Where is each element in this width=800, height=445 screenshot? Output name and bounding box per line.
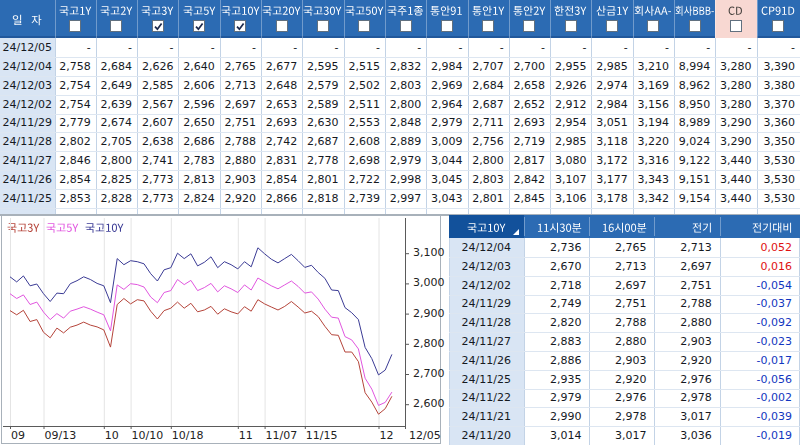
glyph	[669, 11, 672, 12]
column-label	[96, 2, 137, 18]
yield-cell: 2,606	[178, 76, 219, 95]
date-cell: 24/11/25	[449, 370, 524, 389]
column-header-회사AA-[interactable]	[633, 0, 674, 38]
column-header-통안91[interactable]	[426, 0, 467, 38]
yield-cell: 2,595	[302, 57, 343, 76]
x-axis-label: 11	[239, 429, 253, 442]
yield-cell: 3,343	[633, 170, 674, 189]
yield-cell: 2,824	[178, 189, 219, 208]
glyph	[498, 7, 504, 15]
glyph	[414, 6, 423, 15]
column-header-국주1종[interactable]	[385, 0, 426, 38]
yield-cell: 2,828	[96, 189, 137, 208]
grid-line-v	[591, 38, 592, 214]
intraday-row: 24/11/262,8862,9032,920-0,017	[449, 351, 800, 370]
change-cell: -0,054	[720, 276, 800, 295]
date-column-header[interactable]	[0, 0, 55, 38]
text-glyphs	[596, 2, 629, 18]
date-cell: 24/11/29	[0, 114, 55, 133]
column-header-국고50Y[interactable]	[344, 0, 385, 38]
date-cell: 24/11/29	[449, 295, 524, 314]
yield-cell: -	[261, 38, 302, 57]
intraday-row: 24/12/032,6702,7132,6970,016	[449, 257, 800, 276]
text-glyphs	[303, 2, 342, 18]
yield-cell: 2,954	[550, 114, 591, 133]
column-header-CD[interactable]	[715, 0, 756, 38]
yield-cell: 3,440	[715, 151, 756, 170]
glyph	[539, 7, 545, 15]
checkbox-통안1Y[interactable]	[482, 20, 494, 32]
yield-cell: -	[220, 38, 261, 57]
checkbox-통안2Y[interactable]	[523, 20, 535, 32]
grid-line-h	[0, 151, 800, 152]
checkbox-국고30Y[interactable]	[317, 20, 329, 32]
checkbox-회사BBB-[interactable]	[689, 20, 701, 32]
yield-cell: 2,567	[137, 95, 178, 114]
grid-line-v	[137, 38, 138, 214]
grid-line-v	[385, 38, 386, 214]
column-header-국고30Y[interactable]	[302, 0, 343, 38]
text-glyphs	[12, 11, 42, 28]
yield-cell: 2,650	[178, 114, 219, 133]
column-header-전기대비[interactable]	[720, 215, 800, 238]
column-header-CP91D[interactable]	[757, 0, 800, 38]
change-cell: -0,002	[720, 389, 800, 408]
checkbox-국고20Y[interactable]	[276, 20, 288, 32]
column-header-국고10Y[interactable]	[220, 0, 261, 38]
yield-cell: 2,853	[55, 189, 96, 208]
checkbox-국고1Y[interactable]	[69, 20, 81, 32]
change-cell: -0,056	[720, 370, 800, 389]
column-header-11시30분[interactable]	[524, 215, 590, 238]
checkmark-icon	[153, 21, 165, 33]
column-header-국고5Y[interactable]	[178, 0, 219, 38]
checkbox-국고5Y[interactable]	[193, 20, 205, 32]
text-glyphs	[752, 219, 793, 235]
yield-cell: 2,997	[385, 189, 426, 208]
grid-line-v	[633, 38, 634, 214]
text-glyphs	[100, 2, 133, 18]
checkbox-국고10Y[interactable]	[234, 20, 246, 32]
glyph	[168, 7, 174, 15]
grid-line-h	[449, 295, 800, 296]
column-header-통안2Y[interactable]	[509, 0, 550, 38]
glyph	[524, 6, 533, 16]
checkbox-국고50Y[interactable]	[358, 20, 370, 32]
checkbox-통안91[interactable]	[441, 20, 453, 32]
column-header-국고3Y[interactable]	[137, 0, 178, 38]
column-header-회사BBB-[interactable]	[674, 0, 715, 38]
yield-cell: 8,989	[674, 114, 715, 133]
checkbox-국주1종[interactable]	[400, 20, 412, 32]
column-header-한전3Y[interactable]	[550, 0, 591, 38]
checkbox-CP91D[interactable]	[772, 20, 784, 32]
sort-header-ktb10y[interactable]	[449, 215, 524, 238]
checkbox-국고3Y[interactable]	[152, 20, 164, 32]
yield-cell: 2,722	[344, 170, 385, 189]
glyph	[295, 7, 301, 15]
checkbox-국고2Y[interactable]	[110, 20, 122, 32]
checkbox-CD[interactable]	[730, 20, 742, 32]
column-header-국고20Y[interactable]	[261, 0, 302, 38]
column-header-전기[interactable]	[654, 215, 719, 238]
grid-line-h	[449, 407, 800, 408]
checkmark-icon	[194, 21, 206, 33]
checkbox-회사AA-[interactable]	[647, 20, 659, 32]
grid-line-v	[344, 38, 345, 214]
yield-cell: 2,684	[96, 57, 137, 76]
column-label	[674, 2, 715, 18]
column-header-통안1Y[interactable]	[468, 0, 509, 38]
value-cell: 2,886	[524, 351, 590, 370]
checkbox-산금1Y[interactable]	[606, 20, 618, 32]
value-cell: 2,920	[654, 351, 719, 370]
glyph	[324, 7, 329, 15]
grid-line-v	[220, 38, 221, 214]
yield-cell: 3,280	[715, 57, 756, 76]
column-header-국고1Y[interactable]	[55, 0, 96, 38]
glyph	[494, 223, 499, 231]
checkbox-한전3Y[interactable]	[565, 20, 577, 32]
yield-cell: 2,779	[55, 114, 96, 133]
ktb10y-intraday-table: 24/12/042,7362,7652,7130,05224/12/032,67…	[449, 215, 800, 445]
value-cell: 2,976	[589, 389, 654, 408]
column-header-국고2Y[interactable]	[96, 0, 137, 38]
column-header-산금1Y[interactable]	[591, 0, 632, 38]
column-header-16시00분[interactable]	[589, 215, 654, 238]
